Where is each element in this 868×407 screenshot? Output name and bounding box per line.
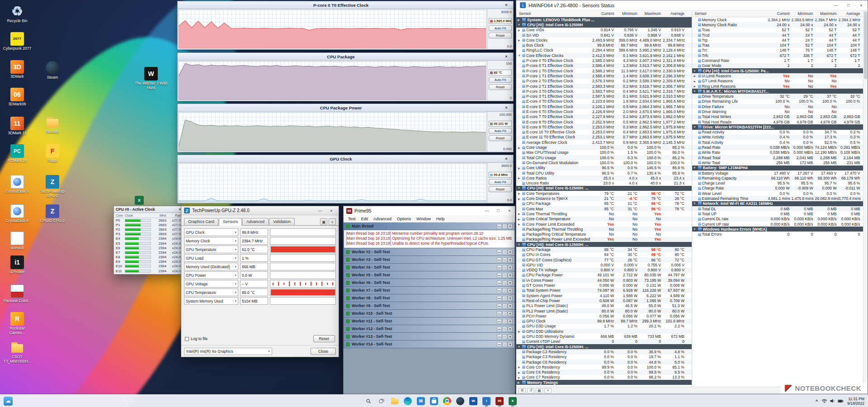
close-icon[interactable]: × xyxy=(502,105,511,110)
undo-icon[interactable]: ↺ xyxy=(527,388,534,393)
desktop-icon-crystaldisk-8[interactable]: CrystalDisk 8 xyxy=(3,204,32,223)
maximize-icon[interactable]: □ xyxy=(842,0,855,10)
close-icon[interactable]: × xyxy=(508,311,513,316)
tray-wifi-button[interactable] xyxy=(821,398,827,404)
sensor-row-charge-level[interactable]: Charge Level95.5 %95.5 %95.7 %95.6 % xyxy=(692,181,868,186)
taskbar-button-prime95[interactable]: 95 xyxy=(494,396,505,407)
minimize-icon[interactable]: — xyxy=(830,0,842,10)
core-clock-row[interactable]: E82394x24.00 xyxy=(114,255,184,260)
sensor-row-write-rate[interactable]: Write Rate0.038 MB/s0.000 MB/s12.190 MB/… xyxy=(692,150,868,155)
sensor-row-core-thermal-throttling[interactable]: ▶Core Thermal ThrottlingNoNoYes xyxy=(516,211,692,216)
graph-window-titlebar[interactable]: CPU Package Power× xyxy=(178,104,513,112)
desktop-icon-pantone-color[interactable]: Pantone Color... xyxy=(3,284,32,303)
taskbar-button-chrome[interactable] xyxy=(442,396,453,407)
gpuz-titlebar[interactable]: Z TechPowerUp GPU-Z 2.48.0 — × xyxy=(181,206,339,215)
tray-battery-button[interactable] xyxy=(838,398,844,404)
core-clock-row[interactable]: E102394x24.00 xyxy=(114,264,184,269)
sensor-row-estimated-remaining-time[interactable]: Estimated Remaining Time4,681.1 mins1,47… xyxy=(692,196,868,201)
core-clock-row[interactable]: E52394x24.00 xyxy=(114,241,184,246)
desktop-icon-pcmark-10[interactable]: PCPCMark 10 xyxy=(3,144,32,163)
sensor-row-core-temperatures[interactable]: ▶Core Temperatures79 °C21 °C96 °C72 °C xyxy=(516,191,692,196)
log-to-file-checkbox[interactable] xyxy=(185,337,189,341)
sensor-row-current-ctdp-level[interactable]: Current cTDP Level0000 xyxy=(516,339,692,344)
sensor-row-core-ratios[interactable]: ▶Core Ratios25.0 x4.0 x45.0 x23.4 x xyxy=(516,175,692,180)
close-icon[interactable]: × xyxy=(508,250,513,255)
sensor-row-total-cpu-utility[interactable]: Total CPU Utility96.5 %0.7 %130.4 %85.9 … xyxy=(516,170,692,175)
minimize-icon[interactable]: — xyxy=(497,250,502,255)
menu-item-edit[interactable]: Edit xyxy=(359,217,371,221)
maximize-icon[interactable]: □ xyxy=(494,208,503,213)
grid-icon[interactable]: ▦ xyxy=(536,388,543,393)
sensor-row-memory-clock-ratio[interactable]: Memory Clock Ratio24.00 x24.00 x24.00 x2… xyxy=(692,22,868,27)
close-icon[interactable]: × xyxy=(508,334,513,339)
menu-item-window[interactable]: Window xyxy=(414,217,434,221)
tab-validation[interactable]: Validation xyxy=(269,218,295,225)
sensor-row-remaining-capacity[interactable]: Remaining Capacity68.110 Wh68.110 Wh68.3… xyxy=(692,175,868,180)
sensor-select-dropdown[interactable]: GPU Temperature▾ xyxy=(184,246,238,253)
tab-graphics-card[interactable]: Graphics Card xyxy=(184,218,218,225)
desktop-icon-excel-icon[interactable]: X xyxy=(134,196,145,205)
maximize-icon[interactable]: □ xyxy=(502,334,507,339)
desktop-icon-3dmark[interactable]: 3D3DMark xyxy=(3,60,32,79)
sensor-row-cpu-package[interactable]: CPU Package85 °C21 °C96 °C78 °C xyxy=(516,201,692,206)
taskbar-button-search[interactable] xyxy=(363,396,374,407)
core-clock-row[interactable]: E62394x24.00 xyxy=(114,246,184,250)
sensor-row-package-ring-critical-temperature[interactable]: Package/Ring Critical TemperatureNoNoNo xyxy=(516,232,692,237)
sensor-section-cpu-0-intel-core-i5-12500h[interactable]: ▼CPU [#0]: Intel Core i5-12500H xyxy=(516,22,692,27)
minimize-icon[interactable]: — xyxy=(497,303,502,308)
taskbar-button-hwinfo[interactable]: i xyxy=(481,396,492,407)
sensor-row-total-host-reads[interactable]: Total Host Reads4,978 GB4,978 GB4,978 GB… xyxy=(692,119,868,124)
maximize-icon[interactable]: □ xyxy=(502,265,507,270)
core-clock-row[interactable]: E42394x24.00 xyxy=(114,237,184,241)
minimize-icon[interactable]: — xyxy=(497,319,502,324)
auto-fit-button[interactable]: Auto Fit xyxy=(489,179,512,185)
sensor-row-gear-mode[interactable]: Gear Mode2222 xyxy=(692,63,868,68)
screenshot-icon[interactable]: ▣ xyxy=(320,218,327,225)
core-clock-row[interactable]: E92394x24.00 xyxy=(114,260,184,264)
scrollbar-thumb[interactable] xyxy=(864,11,867,79)
sensor-row-ia-cores-power[interactable]: IA Cores Power44.050 W0.803 W73.195 W39.… xyxy=(516,278,692,283)
worker-titlebar[interactable]: Worker #9 - Self-Test—□× xyxy=(344,302,515,310)
sensor-row-core-distance-to-tjmax[interactable]: ▶Core Distance to TjMAX21 °C-4 °C79 °C28… xyxy=(516,196,692,201)
sensor-row-system-agent-power[interactable]: System Agent Power4.110 W1.588 W6.222 W4… xyxy=(516,293,692,298)
sensor-row-ring-llc-clock[interactable]: Ring/LLC Clock2,294.4 MHz399.6 MHz3,990.… xyxy=(516,48,692,53)
graph-window-titlebar[interactable]: CPU Package× xyxy=(178,53,513,61)
sensor-row-vddq-tx-voltage[interactable]: VDDQ TX Voltage0.800 V0.800 V0.800 V0.80… xyxy=(516,268,692,273)
sensor-row-trfc[interactable]: Trfc672 T336 T672 T672 T xyxy=(692,53,868,58)
desktop-icon-cpuid-cpu-z[interactable]: ZCPUID CPU-Z xyxy=(38,204,67,223)
prime95-titlebar[interactable]: 95 Prime95 — □ × xyxy=(344,206,515,215)
worker-titlebar[interactable]: Worker #10 - Self-Test—□× xyxy=(344,309,515,317)
sensor-select-dropdown[interactable]: GPU Clock▾ xyxy=(184,228,238,236)
auto-fit-button[interactable]: Auto Fit xyxy=(489,77,512,83)
sensor-row-drive-temperature[interactable]: Drive Temperature32 °C29 °C37 °C32 °C xyxy=(692,94,868,99)
sensor-row-rest-of-chip-power[interactable]: Rest-of-Chip Power0.508 W0.087 W1.095 W0… xyxy=(516,298,692,303)
desktop-icon-csot-t3-mnh300h[interactable]: CSOT T3_MNH300H... xyxy=(3,341,32,364)
sensor-row-read-total[interactable]: Read Total2,288 MB2,041 MB2,288 MB2,164 … xyxy=(692,155,868,160)
taskbar-button-file-explorer[interactable] xyxy=(389,396,400,407)
sensor-row-gpu-clock[interactable]: GPU Clock99.8 MHz99.7 MHz299.3 MHz101.6 … xyxy=(516,319,692,324)
sensor-row-p-core-1-t0-effective-clock[interactable]: P-core 1 T0 Effective Clock2,588.2 MHz11… xyxy=(516,68,692,73)
sensor-row-trc[interactable]: Trc148 T76 T148 T148 T xyxy=(692,48,868,53)
sensor-row-total-up[interactable]: Total UP0 MB0 MB0 MB0 MB xyxy=(692,211,868,216)
close-icon[interactable]: × xyxy=(502,3,511,7)
sensor-row-e-core-11-t0-effective-clock[interactable]: E-core 11 T0 Effective Clock2,253.1 MHz0… xyxy=(516,135,692,140)
worker-titlebar[interactable]: Worker #14 - Self-Test—□× xyxy=(344,340,515,348)
sensor-section-network-intel-wi-fi-6e-ax211-160mhz[interactable]: ▼Network: Intel Wi-Fi 6E AX211 160MHz xyxy=(692,201,868,206)
scrollbar[interactable] xyxy=(863,10,868,387)
desktop-icon-the-witcher-3-wild-hunt[interactable]: WThe Witcher 3 Wild Hunt xyxy=(134,67,168,90)
maximize-icon[interactable]: □ xyxy=(502,273,507,278)
menu-item-test[interactable]: Test xyxy=(345,217,359,221)
sensor-row-gt-limit-reasons[interactable]: ▶GT Limit ReasonsNoNoNo xyxy=(692,79,868,84)
sensor-row-e-core-6-t0-effective-clock[interactable]: E-core 6 T0 Effective Clock2,226.8 MHz2.… xyxy=(516,109,692,114)
sensor-row-bus-clock[interactable]: Bus Clock99.8 MHz99.7 MHz99.8 MHz99.8 MH… xyxy=(516,43,692,47)
close-icon[interactable]: × xyxy=(502,156,511,161)
menu-item-options[interactable]: Options xyxy=(394,217,414,221)
minimize-icon[interactable]: — xyxy=(497,265,502,270)
sensor-row-drive-remaining-life[interactable]: Drive Remaining Life100.0 %100.0 %100.0 … xyxy=(692,99,868,104)
sensor-row-sa-vid[interactable]: SA VID0.841 V0.836 V0.868 V0.848 V xyxy=(516,33,692,38)
taskbar-button-edge[interactable] xyxy=(402,396,413,407)
maximize-icon[interactable]: □ xyxy=(502,250,507,255)
worker-titlebar[interactable]: Worker #5 - Self-Test—□× xyxy=(344,271,515,279)
sensor-section-system-lenovo-thinkbook-plus[interactable]: ▶System: LENOVO ThinkBook Plus ... xyxy=(516,17,692,22)
sensor-row-total-errors[interactable]: Total Errors0000 xyxy=(692,232,868,237)
